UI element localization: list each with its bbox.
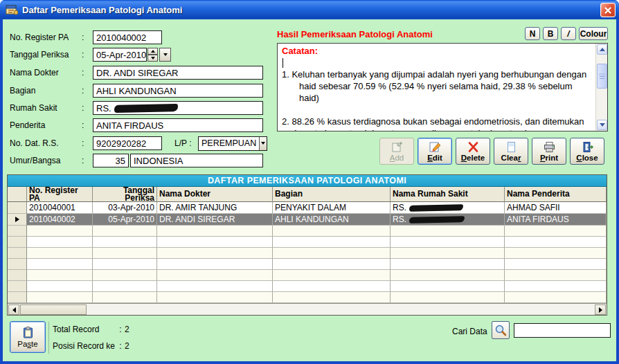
format-colour-button[interactable]: Colour (579, 27, 608, 40)
tanggal-input[interactable]: 05-Apr-2010 (93, 48, 147, 62)
edit-button[interactable]: Edit (418, 138, 452, 165)
col-header-dokter[interactable]: Nama Dokter (157, 187, 273, 202)
field-row-no-dat: No. Dat. R.S. : 9202920282 L/P : PEREMPU… (10, 136, 267, 150)
scrollbar-thumb[interactable] (597, 64, 607, 89)
penderita-input[interactable]: ANITA FIRDAUS (93, 118, 263, 132)
scroll-right-button[interactable] (595, 304, 606, 315)
empty-cell (93, 226, 157, 237)
cell-tanggal[interactable]: 03-Apr-2010 (93, 202, 157, 214)
empty-cell (157, 281, 273, 292)
right-arrow-icon (599, 307, 602, 313)
cell-penderita[interactable]: ANITA FIRDAUS (505, 214, 607, 226)
bagian-input[interactable]: AHLI KANDUNGAN (93, 84, 263, 98)
clear-page-icon (505, 141, 518, 153)
notes-textarea[interactable]: Catatan: 1. Keluhan terbanyak yang dijum… (277, 43, 608, 131)
field-row-umur-bangsa: Umur/Bangsa : 35 INDONESIA (10, 154, 263, 167)
close-window-button[interactable] (600, 3, 616, 17)
colon: : (116, 341, 125, 351)
umur-input[interactable]: 35 (93, 154, 129, 167)
cari-data-label: Cari Data (452, 327, 487, 336)
delete-button[interactable]: Delete (456, 138, 490, 165)
cell-penderita[interactable]: AHMAD SAFII (505, 202, 607, 214)
field-row-tanggal: Tanggal Periksa : 05-Apr-2010 (10, 48, 171, 62)
col-header-rumah-sakit[interactable]: Nama Rumah Sakit (391, 187, 505, 202)
notes-scrollbar[interactable] (595, 44, 607, 131)
grid-header-row: No. Register PA Tanggal Periksa Nama Dok… (8, 187, 607, 202)
scroll-up-button[interactable] (597, 44, 607, 55)
dokter-input[interactable]: DR. ANDI SIREGAR (93, 66, 263, 80)
empty-cell (93, 237, 157, 248)
grid-empty-row (8, 259, 607, 270)
empty-cell (505, 292, 607, 303)
empty-cell (391, 292, 505, 303)
penderita-label: Penderita (10, 120, 82, 130)
clear-button[interactable]: Clear (494, 138, 528, 165)
grid-empty-rows (8, 226, 607, 303)
print-button[interactable]: Print (532, 138, 566, 165)
grid-horizontal-scrollbar[interactable] (8, 303, 607, 315)
field-row-no-register: No. Register PA : 2010040002 (10, 30, 162, 44)
col-header-tanggal[interactable]: Tanggal Periksa (93, 187, 157, 202)
row-selector-cell (8, 281, 27, 292)
bangsa-input[interactable]: INDONESIA (130, 154, 263, 167)
cell-no-register[interactable]: 2010040001 (27, 202, 93, 214)
col-header-bagian[interactable]: Bagian (273, 187, 391, 202)
lp-dropdown-button[interactable] (259, 137, 267, 150)
rumah-sakit-input[interactable]: RS. (93, 101, 263, 115)
row-selector-cell (8, 248, 27, 259)
field-row-bagian: Bagian : AHLI KANDUNGAN (10, 84, 263, 98)
cell-no-register[interactable]: 2010040002 (27, 214, 93, 226)
no-dat-label: No. Dat. R.S. (10, 138, 82, 148)
search-button[interactable] (492, 321, 510, 339)
empty-cell (273, 281, 391, 292)
cell-bagian[interactable]: AHLI KANDUNGAN (273, 214, 391, 226)
empty-cell (505, 259, 607, 270)
format-normal-button[interactable]: N (525, 27, 540, 40)
grid-empty-row (8, 292, 607, 303)
titlebar[interactable]: Daftar Pemeriksaan Patologi Anatomi (0, 0, 619, 19)
cell-rumah-sakit[interactable]: RS. (391, 202, 505, 214)
no-register-input[interactable]: 2010040002 (93, 30, 162, 44)
cell-dokter[interactable]: DR. AMIR TANJUNG (157, 202, 273, 214)
close-button[interactable]: Close (570, 138, 604, 165)
format-bold-button[interactable]: B (543, 27, 558, 40)
search-input[interactable] (514, 323, 611, 338)
table-row-selected[interactable]: 2010040002 05-Apr-2010 DR. ANDI SIREGAR … (8, 214, 607, 226)
colon: : (82, 156, 93, 165)
empty-cell (505, 281, 607, 292)
colon: : (116, 325, 125, 334)
hscrollbar-thumb[interactable] (20, 304, 87, 315)
cell-dokter[interactable]: DR. ANDI SIREGAR (157, 214, 273, 226)
no-dat-input[interactable]: 9202920282 (93, 136, 162, 150)
cell-bagian[interactable]: PENYAKIT DALAM (273, 202, 391, 214)
empty-cell (273, 259, 391, 270)
table-row[interactable]: 2010040001 03-Apr-2010 DR. AMIR TANJUNG … (8, 202, 607, 214)
redaction-bar (114, 104, 178, 113)
empty-cell (93, 248, 157, 259)
window-title: Daftar Pemeriksaan Patologi Anatomi (22, 5, 182, 15)
format-italic-button[interactable]: / (561, 27, 576, 40)
paste-button[interactable]: Paste (10, 321, 46, 353)
field-row-rumah-sakit: Rumah Sakit : RS. (10, 101, 263, 115)
down-arrow-icon (151, 57, 155, 60)
scroll-left-button[interactable] (8, 304, 19, 315)
spinner-up-button[interactable] (147, 48, 158, 55)
grid-empty-row (8, 226, 607, 237)
grid-empty-row (8, 248, 607, 259)
row-selector-cell[interactable] (8, 214, 27, 226)
col-header-penderita[interactable]: Nama Penderita (505, 187, 607, 202)
empty-cell (157, 237, 273, 248)
lp-combobox[interactable]: PEREMPUAN (198, 136, 267, 151)
cell-tanggal[interactable]: 05-Apr-2010 (93, 214, 157, 226)
empty-cell (273, 292, 391, 303)
col-header-no-register[interactable]: No. Register PA (27, 187, 93, 202)
cell-rumah-sakit[interactable]: RS. (391, 214, 505, 226)
empty-cell (391, 259, 505, 270)
row-selector-cell[interactable] (8, 202, 27, 214)
notes-content: Catatan: 1. Keluhan terbanyak yang dijum… (278, 44, 595, 131)
row-selector-cell (8, 226, 27, 237)
scroll-down-button[interactable] (597, 120, 607, 130)
delete-x-icon (467, 141, 480, 153)
spinner-down-button[interactable] (147, 55, 158, 62)
date-dropdown-button[interactable] (159, 48, 171, 62)
